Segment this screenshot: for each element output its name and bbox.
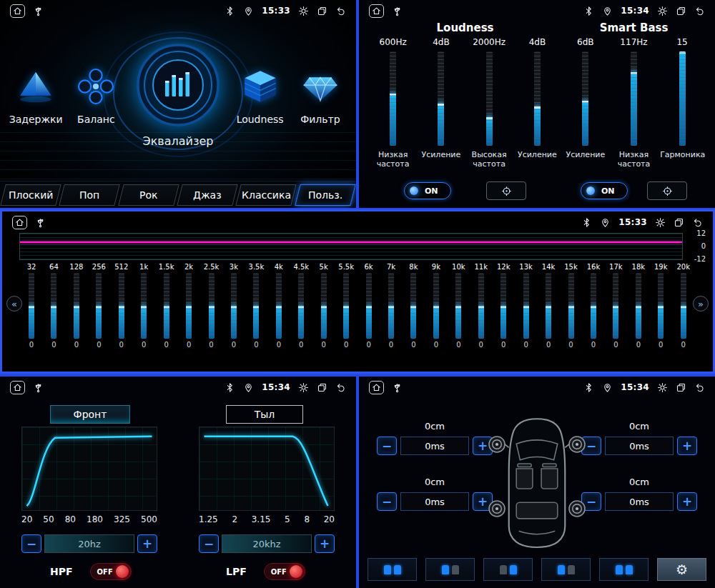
gps-icon[interactable] (600, 217, 611, 228)
band-slider[interactable] (591, 273, 596, 339)
eq-band-2k[interactable]: 2k0 (179, 263, 198, 367)
band-slider[interactable] (343, 273, 349, 339)
delay-layers-icon[interactable] (15, 66, 56, 110)
eq-band-6k[interactable]: 6k0 (360, 263, 378, 367)
loudness-reset-button[interactable] (486, 181, 526, 200)
back-icon[interactable] (694, 6, 705, 16)
loudness-slider-5[interactable]: 117HzНизкая частота (611, 37, 656, 169)
eq-band-17k[interactable]: 17k0 (606, 263, 625, 367)
slider-track[interactable] (534, 51, 541, 146)
preset-tab-3[interactable]: Джаз (177, 184, 238, 206)
band-slider[interactable] (388, 273, 394, 339)
lpf-frequency-slider[interactable]: 20khz (222, 534, 312, 553)
band-slider[interactable] (51, 273, 56, 339)
home-icon[interactable] (10, 4, 25, 18)
lpf-plus-button[interactable]: + (315, 534, 335, 553)
band-slider[interactable] (455, 273, 461, 339)
loudness-slider-4[interactable]: 6dBУсиление (563, 37, 608, 169)
home-icon[interactable] (10, 381, 25, 394)
slider-track[interactable] (486, 51, 493, 146)
hpf-plus-button[interactable]: + (137, 534, 157, 553)
scroll-right-button[interactable]: » (693, 296, 709, 312)
position-button-seats-driver[interactable] (425, 558, 475, 581)
brightness-icon[interactable] (298, 6, 309, 16)
band-slider[interactable] (433, 273, 439, 339)
bluetooth-icon[interactable] (583, 382, 594, 393)
eq-band-128[interactable]: 1280 (67, 263, 86, 367)
eq-band-9k[interactable]: 9k0 (427, 263, 445, 367)
recent-apps-icon[interactable] (676, 6, 686, 16)
lpf-off-toggle[interactable]: OFF (264, 563, 305, 580)
gps-icon[interactable] (243, 6, 254, 16)
band-slider[interactable] (164, 273, 169, 339)
band-slider[interactable] (74, 273, 79, 339)
brightness-icon[interactable] (298, 382, 309, 393)
menu-item-balance[interactable]: Баланс (66, 66, 126, 125)
delay-plus-button[interactable]: + (677, 437, 697, 455)
hpf-off-toggle[interactable]: OFF (90, 563, 132, 580)
band-slider[interactable] (500, 273, 506, 339)
preset-tab-1[interactable]: Поп (59, 184, 121, 206)
usb-icon[interactable] (35, 217, 46, 228)
eq-band-3.5k[interactable]: 3.5k0 (247, 263, 265, 367)
band-slider[interactable] (523, 273, 529, 339)
eq-band-5k[interactable]: 5k0 (315, 263, 333, 367)
smart-bass-reset-button[interactable] (647, 181, 687, 200)
eq-band-7k[interactable]: 7k0 (382, 263, 400, 367)
usb-icon[interactable] (392, 382, 403, 393)
filter-gem-icon[interactable] (300, 66, 341, 110)
slider-track[interactable] (582, 51, 588, 146)
slider-track[interactable] (390, 51, 396, 146)
bluetooth-icon[interactable] (225, 382, 235, 393)
eq-band-64[interactable]: 640 (44, 263, 63, 367)
eq-band-2.5k[interactable]: 2.5k0 (202, 263, 221, 367)
eq-band-19k[interactable]: 19k0 (651, 263, 670, 367)
band-slider[interactable] (478, 273, 484, 339)
back-icon[interactable] (694, 382, 705, 393)
loudness-slider-2[interactable]: 2000HzВысокая частота (467, 37, 511, 169)
band-slider[interactable] (186, 273, 192, 339)
eq-band-1.5k[interactable]: 1.5k0 (157, 263, 176, 367)
menu-item-filter-gem[interactable]: Фильтр (290, 66, 350, 125)
recent-apps-icon[interactable] (317, 6, 327, 16)
recent-apps-icon[interactable] (676, 382, 686, 393)
band-slider[interactable] (321, 273, 327, 339)
position-button-seats-front[interactable] (541, 558, 591, 581)
eq-band-1k[interactable]: 1k0 (134, 263, 153, 367)
preset-tab-4[interactable]: Классика (236, 184, 297, 206)
tab-rear[interactable]: Тыл (226, 405, 303, 424)
eq-band-8k[interactable]: 8k0 (404, 263, 423, 367)
band-slider[interactable] (209, 273, 214, 339)
menu-item-equalizer[interactable]: Эквалайзер (127, 42, 230, 148)
eq-band-11k[interactable]: 11k0 (472, 263, 490, 367)
equalizer-icon[interactable] (135, 42, 221, 131)
position-button-settings[interactable]: ⚙ (657, 558, 706, 581)
loudness-slider-0[interactable]: 600HzНизкая частота (371, 37, 415, 169)
eq-band-3k[interactable]: 3k0 (225, 263, 243, 367)
band-slider[interactable] (231, 273, 237, 339)
bluetooth-icon[interactable] (583, 6, 594, 16)
eq-band-14k[interactable]: 14k0 (539, 263, 558, 367)
band-slider[interactable] (96, 273, 102, 339)
eq-band-4k[interactable]: 4k0 (270, 263, 288, 367)
band-slider[interactable] (568, 273, 574, 339)
loudness-slider-3[interactable]: 4dBУсиление (515, 37, 559, 169)
loudness-slider-6[interactable]: 15Гармоника (660, 37, 704, 169)
band-slider[interactable] (253, 273, 259, 339)
band-slider[interactable] (29, 273, 34, 339)
band-slider[interactable] (366, 273, 372, 339)
home-icon[interactable] (369, 381, 384, 394)
loudness-cube-icon[interactable] (240, 66, 281, 110)
back-icon[interactable] (335, 6, 346, 16)
bluetooth-icon[interactable] (225, 6, 235, 16)
home-icon[interactable] (369, 4, 384, 18)
hpf-frequency-slider[interactable]: 20hz (44, 534, 134, 553)
loudness-on-toggle[interactable]: ON (404, 182, 451, 199)
band-slider[interactable] (119, 273, 124, 339)
eq-band-20k[interactable]: 20k0 (674, 263, 693, 367)
slider-track[interactable] (438, 51, 444, 146)
balance-icon[interactable] (75, 66, 117, 110)
eq-band-15k[interactable]: 15k0 (562, 263, 581, 367)
bluetooth-icon[interactable] (581, 217, 592, 228)
hpf-minus-button[interactable]: − (21, 534, 41, 553)
